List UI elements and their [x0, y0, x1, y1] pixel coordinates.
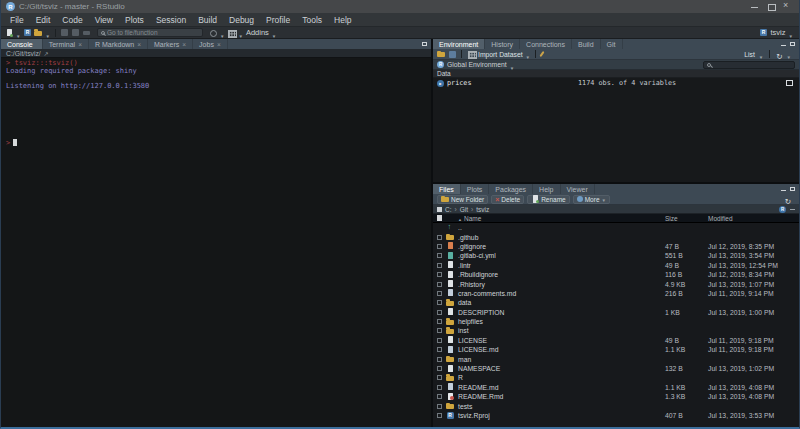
file-name[interactable]: .gitignore — [458, 243, 665, 250]
tab-close-icon[interactable]: × — [182, 41, 186, 48]
file-name[interactable]: .. — [458, 224, 665, 231]
breadcrumb-item[interactable]: tsviz — [468, 206, 489, 213]
row-checkbox[interactable] — [437, 235, 442, 240]
file-row[interactable]: .Rhistory 4.9 KB Jul 13, 2019, 1:07 PM — [433, 279, 799, 288]
file-name[interactable]: README.Rmd — [458, 393, 665, 400]
select-all-checkbox[interactable] — [437, 215, 443, 221]
addins-menu[interactable]: Addins — [246, 28, 269, 37]
goto-file-input[interactable] — [107, 29, 197, 36]
file-row[interactable]: helpfiles — [433, 317, 799, 326]
more-button[interactable]: More — [573, 195, 610, 204]
save-icon[interactable] — [61, 29, 69, 37]
row-checkbox[interactable] — [437, 328, 442, 333]
view-data-icon[interactable] — [786, 80, 793, 86]
load-workspace-icon[interactable] — [437, 50, 445, 58]
save-all-icon[interactable] — [72, 29, 80, 37]
environment-pane-tab[interactable]: History — [485, 39, 520, 49]
goto-directory-icon[interactable]: ↗ — [44, 50, 49, 57]
open-file-icon[interactable] — [34, 29, 42, 37]
workspace-icon[interactable] — [209, 29, 217, 37]
file-row[interactable]: cran-comments.md 216 B Jul 11, 2019, 9:1… — [433, 289, 799, 298]
maximize-pane-icon[interactable] — [422, 42, 427, 47]
file-name[interactable]: man — [458, 356, 665, 363]
file-row[interactable]: .Rbuildignore 116 B Jul 12, 2019, 8:34 P… — [433, 270, 799, 279]
row-checkbox[interactable] — [437, 338, 442, 343]
files-pane-tab[interactable]: Files — [433, 184, 461, 194]
environment-pane-tab[interactable]: Git — [601, 39, 623, 49]
window-maximize-icon[interactable] — [767, 3, 774, 10]
file-name[interactable]: cran-comments.md — [458, 290, 665, 297]
rename-button[interactable]: Rename — [527, 195, 570, 204]
tab-close-icon[interactable]: × — [78, 41, 82, 48]
row-checkbox[interactable] — [437, 300, 442, 305]
file-row[interactable]: .gitlab-ci.yml 551 B Jul 13, 2019, 3:54 … — [433, 251, 799, 260]
row-checkbox[interactable] — [437, 244, 442, 249]
file-row[interactable]: inst — [433, 326, 799, 335]
clear-objects-icon[interactable] — [540, 51, 545, 57]
row-checkbox[interactable] — [437, 347, 442, 352]
console-pane-tab[interactable]: Markers × — [148, 39, 193, 49]
file-name[interactable]: .gitlab-ci.yml — [458, 252, 665, 259]
expand-object-icon[interactable]: ▶ — [437, 80, 444, 87]
console-pane-tab[interactable]: R Markdown × — [89, 39, 148, 49]
file-name[interactable]: README.md — [458, 384, 665, 391]
console-pane-tab[interactable]: Terminal × — [43, 39, 89, 49]
file-name[interactable]: inst — [458, 327, 665, 334]
row-checkbox[interactable] — [437, 253, 442, 258]
file-row[interactable]: LICENSE.md 1.1 KB Jul 11, 2019, 9:18 PM — [433, 345, 799, 354]
menu-item[interactable]: Build — [192, 15, 223, 25]
environment-object-row[interactable]: ▶ prices 1174 obs. of 4 variables — [433, 78, 799, 88]
row-checkbox[interactable] — [437, 272, 442, 277]
files-pane-tab[interactable]: Packages — [489, 184, 533, 194]
file-row[interactable]: data — [433, 298, 799, 307]
file-row[interactable]: tests — [433, 401, 799, 410]
list-view-button[interactable]: List — [744, 51, 755, 58]
console-pane-tab[interactable]: Console — [1, 39, 43, 49]
save-workspace-icon[interactable] — [448, 50, 456, 58]
row-checkbox[interactable] — [437, 357, 442, 362]
window-close-icon[interactable] — [783, 3, 790, 10]
file-name[interactable]: .Rhistory — [458, 281, 665, 288]
file-name[interactable]: R — [458, 374, 665, 381]
row-checkbox[interactable] — [437, 319, 442, 324]
file-row[interactable]: DESCRIPTION 1 KB Jul 13, 2019, 1:00 PM — [433, 308, 799, 317]
row-checkbox[interactable] — [437, 263, 442, 268]
column-name[interactable]: Name — [464, 215, 481, 222]
environment-scope-selector[interactable]: Global Environment — [447, 61, 507, 68]
new-project-icon[interactable] — [23, 29, 31, 37]
environment-pane-tab[interactable]: Build — [572, 39, 601, 49]
file-row[interactable]: man — [433, 354, 799, 363]
file-row[interactable]: .github — [433, 232, 799, 241]
files-pane-tab[interactable]: Plots — [461, 184, 490, 194]
file-row[interactable]: README.Rmd 1.3 KB Jul 13, 2019, 4:08 PM — [433, 392, 799, 401]
file-name[interactable]: helpfiles — [458, 318, 665, 325]
print-icon[interactable] — [83, 29, 91, 37]
file-row[interactable]: .gitignore 47 B Jul 12, 2019, 8:35 PM — [433, 242, 799, 251]
file-row[interactable]: R — [433, 373, 799, 382]
tab-close-icon[interactable]: × — [217, 41, 221, 48]
file-name[interactable]: .github — [458, 234, 665, 241]
row-checkbox[interactable] — [437, 282, 442, 287]
file-row[interactable]: tsviz.Rproj 407 B Jul 13, 2019, 3:53 PM — [433, 411, 799, 420]
file-name[interactable]: LICENSE — [458, 337, 665, 344]
file-name[interactable]: NAMESPACE — [458, 365, 665, 372]
new-file-icon[interactable] — [5, 29, 13, 37]
environment-search-box[interactable] — [703, 61, 795, 69]
breadcrumb-item[interactable]: Git — [452, 206, 468, 213]
menu-item[interactable]: Profile — [260, 15, 296, 25]
menu-item[interactable]: View — [89, 15, 119, 25]
row-checkbox[interactable] — [437, 291, 442, 296]
file-row[interactable]: README.md 1.1 KB Jul 13, 2019, 4:08 PM — [433, 383, 799, 392]
menu-item[interactable]: Code — [56, 15, 88, 25]
file-row[interactable]: .lintr 49 B Jul 13, 2019, 12:54 PM — [433, 261, 799, 270]
column-size[interactable]: Size — [665, 215, 708, 222]
row-checkbox[interactable] — [437, 366, 442, 371]
row-checkbox[interactable] — [437, 375, 442, 380]
row-checkbox[interactable] — [437, 404, 442, 409]
menu-item[interactable]: Help — [328, 15, 357, 25]
row-checkbox[interactable] — [437, 310, 442, 315]
file-name[interactable]: tests — [458, 403, 665, 410]
file-name[interactable]: data — [458, 299, 665, 306]
row-checkbox[interactable] — [437, 394, 442, 399]
menu-item[interactable]: Tools — [296, 15, 328, 25]
